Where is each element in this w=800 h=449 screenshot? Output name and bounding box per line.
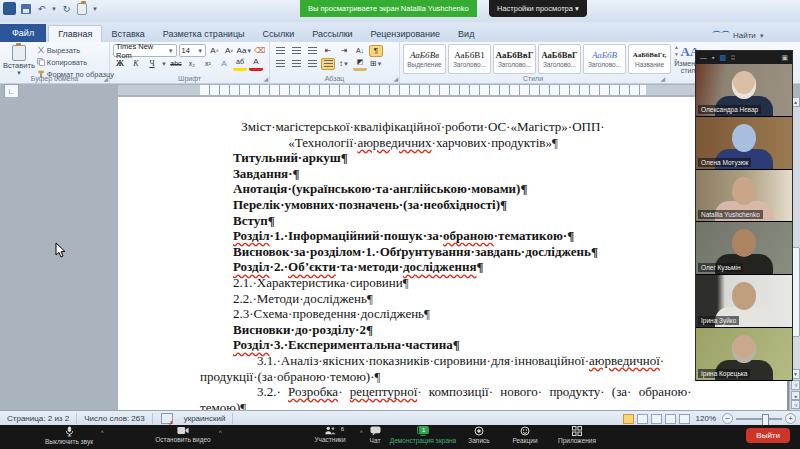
mute-button[interactable]: Выключить звук ˄ — [38, 426, 100, 445]
align-center-button[interactable] — [289, 58, 303, 70]
text-effects-button[interactable]: А — [217, 58, 231, 70]
doc-line[interactable]: Висновок·за·розділом·1.·Обґрунтування·за… — [233, 244, 646, 260]
word-count[interactable]: Число слов: 263 — [77, 413, 152, 424]
doc-line[interactable]: Зміст·магістерської·кваліфікаційної·робо… — [200, 119, 646, 135]
participant-video[interactable]: Олег Кузьмін — [696, 222, 792, 275]
page-indicator[interactable]: Страница: 2 из 2 — [0, 413, 77, 424]
highlight-color-button[interactable]: аб — [233, 56, 247, 71]
doc-line[interactable]: Висновки·до·розділу·2¶ — [233, 322, 646, 338]
copy-button[interactable]: Копировать — [35, 56, 116, 68]
ribbon-tab-Вид[interactable]: Вид — [449, 26, 483, 42]
style-item-Заголово-[interactable]: АаБбВ1Заголово... — [448, 44, 491, 74]
mute-options-caret-icon[interactable]: ˄ — [100, 429, 104, 435]
chat-button[interactable]: Чат — [362, 426, 388, 444]
bold-button[interactable]: Ж — [113, 58, 127, 70]
numbering-button[interactable] — [289, 45, 303, 57]
view-settings-button[interactable]: Настройки просмотра ▾ — [489, 0, 587, 17]
cut-button[interactable]: Вырезать — [35, 44, 116, 56]
multilevel-list-button[interactable] — [305, 45, 319, 57]
style-item-Заголово-[interactable]: АаБбВвГЗаголово... — [493, 44, 536, 74]
doc-line[interactable]: 2.3·Схема·проведення·досліджень¶ — [233, 306, 646, 322]
doc-line[interactable]: Розділ·2.·Об’єкти·та·методи·дослідження¶ — [233, 259, 646, 275]
increase-indent-button[interactable]: ⇥ — [337, 45, 351, 57]
decrease-indent-button[interactable]: ⇤ — [321, 45, 335, 57]
language-indicator[interactable]: украинский — [177, 413, 234, 424]
tab-stop-selector[interactable]: ∟ — [4, 84, 19, 98]
paste-button[interactable]: Вставить▼ — [3, 44, 35, 76]
participant-video[interactable]: Олександра Нєвар — [696, 64, 792, 117]
ribbon-tab-Ссылки[interactable]: Ссылки — [254, 26, 304, 42]
clear-formatting-button[interactable]: ⌫ — [253, 45, 266, 57]
gallery-view-icon[interactable]: ▥ — [719, 51, 726, 64]
record-button[interactable]: Запись — [462, 426, 496, 444]
ribbon-tab-Вставка[interactable]: Вставка — [102, 26, 153, 42]
show-formatting-marks-button[interactable]: ¶ — [369, 45, 383, 57]
doc-line[interactable]: темою)¶ — [200, 400, 646, 410]
select-browse-object-button[interactable]: ● — [791, 391, 800, 400]
previous-page-button[interactable]: ≉ — [791, 380, 800, 390]
style-item-Заголово-[interactable]: АаБбВвГЗаголово... — [538, 44, 581, 74]
superscript-button[interactable]: x² — [201, 58, 215, 70]
doc-line[interactable]: Вступ¶ — [233, 213, 646, 229]
doc-line[interactable]: Анотація·(українською·та·англійською·мов… — [233, 181, 646, 197]
doc-line[interactable]: Розділ·1.·Інформаційний·пошук·за·обраною… — [233, 228, 646, 244]
speaker-view-icon[interactable]: ▪ — [712, 51, 714, 64]
italic-button[interactable]: К — [129, 58, 143, 70]
doc-line[interactable]: 2.2.·Методи·досліджень¶ — [233, 291, 646, 307]
leave-meeting-button[interactable]: Выйти — [746, 428, 790, 443]
underline-button[interactable]: Ч — [145, 58, 159, 70]
align-left-button[interactable] — [273, 58, 287, 70]
doc-line[interactable]: 3.2.· Розробка· рецептурної· композиції·… — [257, 384, 646, 400]
style-item-Название[interactable]: АаБбВвГг,Название — [628, 44, 671, 74]
participant-video[interactable]: Natallia Yushchenko — [696, 170, 792, 223]
shrink-font-button[interactable]: А˅ — [223, 45, 236, 57]
participant-video[interactable]: Ірина Зуйко — [696, 275, 792, 328]
borders-button[interactable]: ⊞▼ — [369, 58, 383, 70]
styles-dialog-launcher[interactable]: ◢ — [660, 75, 665, 82]
reactions-button[interactable]: Реакции — [505, 426, 545, 444]
zoom-level[interactable]: 120% — [696, 414, 716, 423]
panel-minimize-icon[interactable]: — — [700, 51, 707, 64]
web-layout-view-button[interactable] — [651, 414, 662, 424]
participant-video[interactable]: Олена Мотузюк — [696, 117, 792, 170]
print-layout-view-button[interactable] — [623, 414, 634, 424]
zoom-slider-thumb[interactable] — [762, 414, 769, 426]
line-spacing-button[interactable]: ↕▼ — [337, 58, 351, 70]
outline-view-button[interactable] — [665, 414, 676, 424]
bullets-button[interactable] — [273, 45, 287, 57]
ribbon-tab-Файл[interactable]: Файл — [0, 24, 46, 42]
ribbon-tab-Разметка страницы[interactable]: Разметка страницы — [154, 26, 254, 42]
grow-font-button[interactable]: А˄ — [208, 45, 221, 57]
find-button[interactable]: ⌒⌒ Найти▼ — [712, 29, 765, 42]
next-page-button[interactable]: ≉ — [791, 400, 800, 409]
underline-caret-icon[interactable]: ▼ — [161, 61, 167, 67]
participant-video[interactable]: Ірина Корецька — [696, 328, 792, 381]
doc-line[interactable]: Завдання·¶ — [233, 166, 646, 182]
zoom-in-button[interactable]: + — [785, 413, 796, 424]
ribbon-tab-Главная[interactable]: Главная — [48, 25, 102, 42]
doc-line[interactable]: 3.1.·Аналіз·якісних·показників·сировини·… — [257, 353, 646, 369]
stop-video-button[interactable]: Остановить видео ˄ — [148, 426, 218, 443]
zoom-out-button[interactable]: − — [722, 413, 733, 424]
sort-button[interactable]: А↓ — [353, 45, 367, 57]
align-right-button[interactable] — [305, 58, 319, 70]
paragraph-dialog-launcher[interactable]: ◢ — [393, 75, 398, 82]
zoom-slider[interactable] — [736, 418, 782, 420]
doc-line[interactable]: «Технології·аюрведичних·харчових·продукт… — [200, 135, 646, 151]
font-dialog-launcher[interactable]: ◢ — [263, 75, 268, 82]
doc-line[interactable]: Титульний·аркуш¶ — [233, 150, 646, 166]
justify-button[interactable] — [321, 58, 335, 70]
panel-camera-icon[interactable]: ▣ — [781, 51, 788, 64]
shading-button[interactable]: ◩ — [353, 56, 367, 71]
ribbon-tab-Рассылки[interactable]: Рассылки — [303, 26, 361, 42]
apps-button[interactable]: Приложения — [552, 426, 602, 444]
horizontal-ruler[interactable] — [118, 85, 789, 95]
style-item-Выделение[interactable]: АаБбВвВыделение — [403, 44, 446, 74]
change-case-button[interactable]: Аа▼ — [237, 45, 251, 57]
font-name-combo[interactable]: Times New Rom▼ — [113, 44, 177, 57]
video-options-caret-icon[interactable]: ˄ — [218, 429, 222, 435]
style-item-Заголово-[interactable]: АаБбВЗаголово... — [583, 44, 626, 74]
grid-view-icon[interactable]: ⁞⁞ — [731, 51, 735, 64]
draft-view-button[interactable] — [679, 414, 690, 424]
font-size-combo[interactable]: 14▼ — [179, 44, 207, 57]
